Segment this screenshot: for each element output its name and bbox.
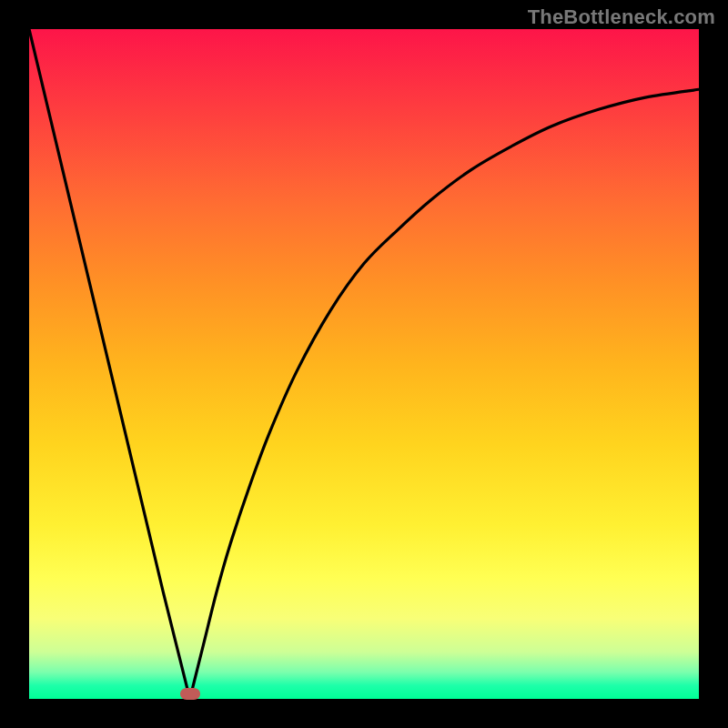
min-marker	[180, 688, 200, 700]
chart-stage: TheBottleneck.com	[0, 0, 728, 728]
watermark-label: TheBottleneck.com	[528, 5, 715, 29]
plot-area	[29, 29, 699, 699]
curve-path	[29, 29, 699, 699]
curve-layer	[29, 29, 699, 699]
